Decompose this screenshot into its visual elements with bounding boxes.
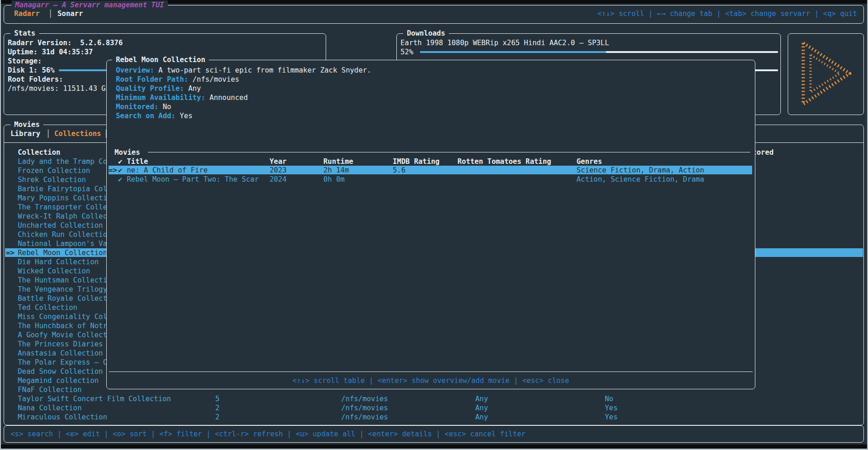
movie-year: 2023	[270, 166, 286, 175]
movie-year: 2024	[270, 175, 286, 184]
movie-monitored-check: ✔	[118, 175, 122, 184]
tab-separator: │	[48, 9, 52, 18]
collection-name: Taylor Swift Concert Film Collection	[18, 394, 171, 403]
movie-genres: Science Fiction, Drama, Action	[577, 166, 704, 175]
collection-row[interactable]: Taylor Swift Concert Film Collection5/nf…	[4, 394, 863, 403]
collection-name: Wreck-It Ralph Collec	[18, 212, 107, 221]
movie-monitored-check: ✔	[118, 166, 122, 175]
collection-quality-profile: Any	[475, 403, 488, 413]
modal-movie-row[interactable]: =>✔ne: A Child of Fire20232h 14m5.6Scien…	[107, 166, 755, 175]
collection-name: The Polar Express – C	[18, 358, 107, 367]
collection-name: Uncharted Collection	[18, 221, 103, 230]
uptime: Uptime: 31d 04:35:37	[8, 47, 93, 57]
collection-name: The Vengeance Trilogy	[18, 285, 107, 294]
collection-name: Lady and the Tramp Co	[18, 157, 107, 166]
collection-flag: Yes	[605, 413, 618, 422]
collection-name: The Transporter Colle	[18, 203, 107, 212]
selected-movie-marker: =>	[109, 166, 117, 175]
collection-name: Anastasia Collection	[18, 349, 103, 358]
movie-title: Rebel Moon – Part Two: The Scar	[127, 175, 259, 184]
modal-footer-keybinds: <↑↓> scroll table | <enter> show overvie…	[107, 376, 755, 385]
collection-name: Nana Collection	[18, 403, 82, 413]
modal-footer-rule	[109, 372, 753, 372]
stats-panel-title: Stats	[10, 29, 39, 38]
collection-row[interactable]: Nana Collection2/nfs/moviesAnyYes	[4, 403, 863, 413]
collection-name: Miraculous Collection	[18, 413, 107, 422]
collection-movie-count: 5	[215, 394, 219, 403]
movie-genres: Action, Science Fiction, Drama	[577, 175, 704, 184]
collection-name: National Lampoon's Va	[18, 239, 107, 248]
collection-name: Dead Snow Collection	[18, 367, 103, 376]
collection-name: FNaF Collection	[18, 385, 82, 394]
modal-movies-table: =>✔ne: A Child of Fire20232h 14m5.6Scien…	[107, 60, 755, 389]
collection-name: The Huntsman Collecti	[18, 276, 107, 285]
collection-name: Mary Poppins Collecti	[18, 194, 107, 203]
collection-quality-profile: Any	[475, 394, 488, 403]
logo-panel	[788, 33, 864, 115]
download-gauge-track	[420, 51, 778, 53]
movie-runtime: 2h 14m	[323, 166, 349, 175]
downloads-panel-title: Downloads	[403, 29, 449, 38]
collection-name: Shrek Collection	[18, 175, 86, 184]
tab-sonarr[interactable]: Sonarr	[57, 9, 83, 18]
collection-name: Chicken Run Collectio	[18, 230, 107, 239]
root-folder-value: /nfs/movies: 11511.43 GB	[8, 84, 110, 93]
collection-name: Wicked Collection	[18, 267, 90, 276]
collection-flag: Yes	[605, 403, 618, 413]
collection-flag: No	[605, 394, 613, 403]
collection-name: The Hunchback of Notr	[18, 321, 107, 330]
collection-row[interactable]: Miraculous Collection2/nfs/moviesAnyYes	[4, 413, 863, 422]
radarr-version: Radarr Version: 5.2.6.8376	[8, 38, 123, 47]
bottom-keybinds: <s> search | <e> edit | <o> sort | <f> f…	[10, 429, 525, 439]
collection-name: Die Hard Collection	[18, 257, 99, 267]
app-title: Managarr – A Servarr management TUI	[11, 0, 168, 10]
collection-movie-count: 2	[215, 403, 219, 413]
movie-imdb-rating: 5.6	[393, 166, 405, 175]
download-gauge-fill	[420, 51, 606, 53]
top-keybinds: <↑↓> scroll | ←→ change tab | <tab> chan…	[598, 9, 857, 18]
download-percent: 52%	[400, 47, 413, 57]
managarr-tui-screen: Managarr – A Servarr management TUI Rada…	[0, 0, 868, 450]
top-bar: Managarr – A Servarr management TUI Rada…	[4, 5, 864, 24]
collection-name: Megamind collection	[18, 376, 99, 385]
collection-details-modal: Rebel Moon Collection Overview: A two-pa…	[106, 60, 755, 389]
collection-movie-count: 2	[215, 413, 219, 422]
collection-name: Miss Congeniality Col	[18, 312, 107, 321]
collection-name: Ted Collection	[18, 303, 78, 312]
collection-name: A Goofy Movie Collect	[18, 330, 107, 340]
collection-root-folder: /nfs/movies	[341, 394, 388, 403]
collection-name: Rebel Moon Collection	[18, 248, 107, 257]
bottom-bar: <s> search | <e> edit | <o> sort | <f> f…	[4, 425, 864, 443]
collection-root-folder: /nfs/movies	[341, 403, 388, 413]
collection-name: Barbie Fairytopia Col	[18, 184, 107, 194]
collection-name: The Princess Diaries	[18, 340, 103, 349]
tab-radarr[interactable]: Radarr	[14, 9, 40, 18]
movie-title: ne: A Child of Fire	[127, 166, 208, 175]
modal-movie-row[interactable]: ✔Rebel Moon – Part Two: The Scar20240h 0…	[107, 175, 755, 184]
download-item-title: Earth 1998 1080p WEBRip x265 Hindi AAC2.…	[400, 38, 609, 47]
collection-name: Battle Royale Collect	[18, 294, 107, 303]
collection-root-folder: /nfs/movies	[341, 413, 388, 422]
movie-runtime: 0h 0m	[323, 175, 345, 184]
collection-quality-profile: Any	[475, 413, 488, 422]
root-folders-label: Root Folders:	[8, 75, 63, 84]
selected-row-marker: =>	[6, 248, 15, 257]
disk-gauge-label: Disk 1: 56%	[8, 66, 55, 75]
managarr-play-logo	[796, 39, 856, 108]
storage-label: Storage:	[8, 57, 42, 66]
collection-name: Frozen Collection	[18, 166, 90, 175]
